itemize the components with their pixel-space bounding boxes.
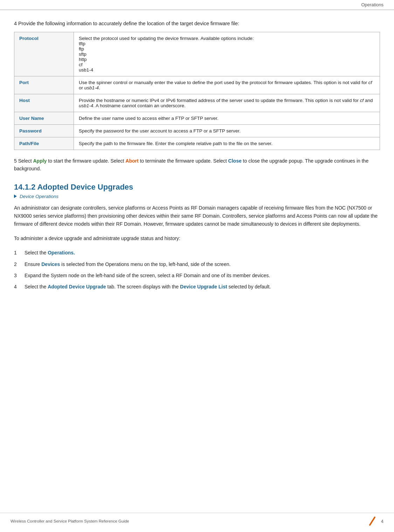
table-field-description: Provide the hostname or numeric IPv4 or … (74, 94, 380, 112)
firmware-location-table: ProtocolSelect the protocol used for upd… (14, 32, 380, 150)
list-item: 3Expand the System node on the left-hand… (14, 272, 380, 279)
page-footer: Wireless Controller and Service Platform… (0, 513, 394, 526)
table-field-label: Host (14, 94, 74, 112)
section-subheading: Device Operations (14, 194, 380, 199)
steps-list: 1Select the Operations.2Ensure Devices i… (14, 249, 380, 291)
table-field-description: Specify the path to the firmware file. E… (74, 137, 380, 150)
section-heading-14-1-2: 14.1.2 Adopted Device Upgrades (14, 183, 380, 192)
table-field-label: User Name (14, 112, 74, 125)
step4-intro: 4 Provide the following information to a… (14, 21, 380, 26)
list-item: 2Ensure Devices is selected from the Ope… (14, 260, 380, 268)
svg-line-0 (370, 517, 375, 525)
list-item: 1Select the Operations. (14, 249, 380, 257)
table-field-label: Port (14, 76, 74, 94)
footer-text: Wireless Controller and Service Platform… (11, 519, 129, 523)
body-para-2: To administer a device upgrade and admin… (14, 234, 380, 243)
table-field-label: Password (14, 125, 74, 137)
step5-text: 5 Select Apply to start the firmware upd… (14, 157, 380, 173)
table-field-description: Define the user name used to access eith… (74, 112, 380, 125)
table-field-description: Specify the password for the user accoun… (74, 125, 380, 137)
table-field-label: Path/File (14, 137, 74, 150)
triangle-icon (14, 195, 17, 198)
table-field-label: Protocol (14, 32, 74, 76)
body-para-1: An administrator can designate controlle… (14, 204, 380, 228)
page-header-title: Operations (361, 2, 383, 7)
page-number: 4 (381, 519, 383, 524)
table-field-description: Select the protocol used for updating th… (74, 32, 380, 76)
list-item: 4Select the Adopted Device Upgrade tab. … (14, 283, 380, 291)
footer-right: 4 (367, 516, 383, 526)
footer-logo (367, 516, 378, 526)
table-field-description: Use the spinner control or manually ente… (74, 76, 380, 94)
